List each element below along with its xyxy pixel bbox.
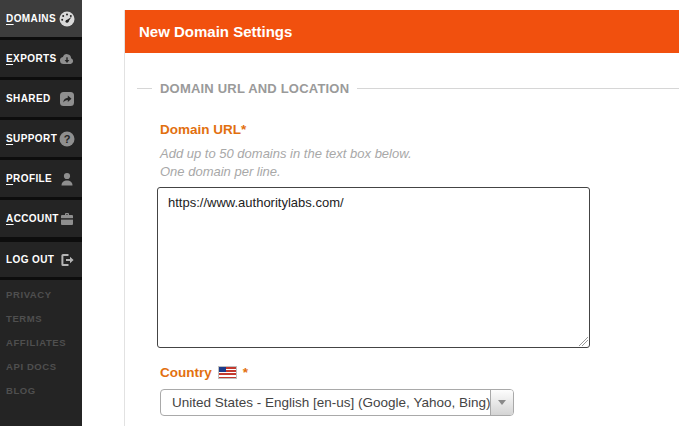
help-icon: ?: [59, 131, 75, 147]
form-area: Domain URL* Add up to 50 domains in the …: [125, 122, 679, 416]
sidebar-item-log-out[interactable]: LOG OUT: [0, 240, 82, 280]
sidebar-footer-links: PRIVACYTERMSAFFILIATESAPI DOCSBLOG: [0, 280, 82, 396]
section-title: DOMAIN URL AND LOCATION: [160, 81, 349, 96]
page-title: New Domain Settings: [139, 23, 292, 40]
domain-url-textarea-wrap: https://www.authoritylabs.com/: [157, 187, 590, 348]
briefcase-icon: [59, 211, 75, 227]
sidebar-item-support[interactable]: SUPPORT ?: [0, 120, 82, 160]
sidebar-item-exports[interactable]: EXPORTS: [0, 40, 82, 80]
sidebar-footer-link-blog[interactable]: BLOG: [6, 385, 76, 396]
sidebar-item-label: EXPORTS: [6, 53, 57, 64]
sidebar-item-profile[interactable]: PROFILE: [0, 160, 82, 200]
country-label: Country: [160, 365, 212, 380]
domain-url-help: Add up to 50 domains in the text box bel…: [160, 145, 679, 181]
country-select-value: United States - English [en-us] (Google,…: [161, 390, 490, 415]
required-asterisk: *: [243, 365, 248, 380]
svg-text:?: ?: [64, 133, 71, 145]
sidebar-footer-link-terms[interactable]: TERMS: [6, 313, 76, 324]
cloud-download-icon: [59, 51, 75, 67]
main-content: New Domain Settings DOMAIN URL AND LOCAT…: [82, 0, 679, 426]
legend-left-rule: [137, 88, 152, 89]
chevron-down-icon: [498, 400, 506, 405]
domain-url-textarea[interactable]: https://www.authoritylabs.com/: [157, 187, 590, 348]
user-icon: [59, 171, 75, 187]
sidebar-item-label: ACCOUNT: [6, 213, 59, 224]
sidebar-footer-link-privacy[interactable]: PRIVACY: [6, 289, 76, 300]
share-icon: [59, 91, 75, 107]
sidebar-item-domains[interactable]: DOMAINS: [0, 0, 82, 40]
country-select-arrow-button[interactable]: [490, 390, 513, 415]
gauge-icon: [59, 11, 75, 27]
logout-icon: [59, 252, 75, 268]
legend-right-rule: [357, 88, 679, 89]
country-select[interactable]: United States - English [en-us] (Google,…: [160, 389, 514, 416]
sidebar-item-label: SHARED: [6, 93, 51, 104]
new-domain-settings-card: New Domain Settings DOMAIN URL AND LOCAT…: [124, 10, 679, 426]
card-header: New Domain Settings: [125, 10, 679, 53]
sidebar-item-label: LOG OUT: [6, 254, 54, 265]
us-flag-icon: [218, 366, 237, 379]
domain-url-label: Domain URL*: [160, 122, 679, 137]
required-asterisk: *: [241, 122, 246, 137]
country-label-row: Country *: [160, 365, 679, 380]
sidebar-item-label: PROFILE: [6, 173, 52, 184]
sidebar-item-account[interactable]: ACCOUNT: [0, 200, 82, 240]
help-line-2: One domain per line.: [160, 163, 679, 181]
sidebar-item-label: SUPPORT: [6, 133, 57, 144]
section-legend: DOMAIN URL AND LOCATION: [137, 81, 679, 96]
help-line-1: Add up to 50 domains in the text box bel…: [160, 145, 679, 163]
sidebar-footer-link-api-docs[interactable]: API DOCS: [6, 361, 76, 372]
sidebar-footer-link-affiliates[interactable]: AFFILIATES: [6, 337, 76, 348]
sidebar-nav: DOMAINS EXPORTS SHARED SUPPORT ? PROFILE…: [0, 0, 82, 280]
sidebar-item-shared[interactable]: SHARED: [0, 80, 82, 120]
sidebar: DOMAINS EXPORTS SHARED SUPPORT ? PROFILE…: [0, 0, 82, 426]
sidebar-item-label: DOMAINS: [6, 13, 56, 24]
